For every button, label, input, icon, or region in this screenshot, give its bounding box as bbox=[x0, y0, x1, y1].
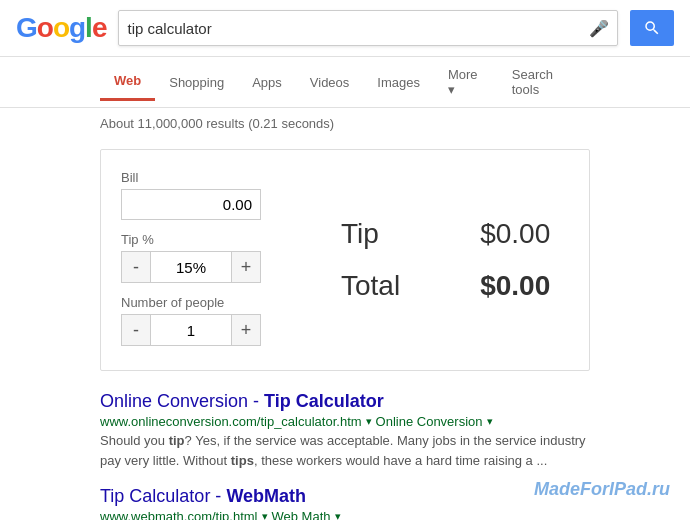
result-title-bold-2: WebMath bbox=[226, 486, 306, 506]
tip-result-label: Tip bbox=[341, 218, 379, 250]
result-title-bold-1: Tip Calculator bbox=[264, 391, 384, 411]
tab-web[interactable]: Web bbox=[100, 63, 155, 101]
result-url-2: www.webmath.com/tip.html bbox=[100, 509, 258, 520]
watermark: MadeForIPad.ru bbox=[534, 479, 670, 500]
microphone-icon[interactable]: 🎤 bbox=[589, 19, 609, 38]
result-title-2[interactable]: Tip Calculator - WebMath bbox=[100, 486, 306, 506]
calculator-widget: Bill Tip % - 15% + Number of people - 1 … bbox=[100, 149, 590, 371]
result-snippet-1: Should you tip? Yes, if the service was … bbox=[100, 431, 590, 470]
results-info: About 11,000,000 results (0.21 seconds) bbox=[0, 108, 690, 139]
bill-label: Bill bbox=[121, 170, 281, 185]
total-result-label: Total bbox=[341, 270, 400, 302]
result-dropdown-arrow-1[interactable]: ▾ bbox=[366, 415, 372, 428]
people-value: 1 bbox=[151, 314, 231, 346]
people-label: Number of people bbox=[121, 295, 281, 310]
tip-stepper: - 15% + bbox=[121, 251, 281, 283]
tab-search-tools[interactable]: Search tools bbox=[498, 57, 590, 107]
bill-input[interactable] bbox=[121, 189, 261, 220]
result-url-row-1: www.onlineconversion.com/tip_calculator.… bbox=[100, 414, 590, 429]
result-title-plain-1: Online Conversion - bbox=[100, 391, 264, 411]
nav-tabs: Web Shopping Apps Videos Images More ▾ S… bbox=[0, 57, 690, 108]
search-bar: 🎤 bbox=[118, 10, 618, 46]
result-site-name-2: Web Math bbox=[272, 509, 331, 520]
tip-minus-button[interactable]: - bbox=[121, 251, 151, 283]
total-result-row: Total $0.00 bbox=[341, 270, 550, 302]
result-site-name-1: Online Conversion bbox=[376, 414, 483, 429]
result-dropdown-arrow-2[interactable]: ▾ bbox=[262, 510, 268, 520]
tip-plus-button[interactable]: + bbox=[231, 251, 261, 283]
tab-more[interactable]: More ▾ bbox=[434, 57, 498, 107]
google-logo: Google bbox=[16, 12, 106, 44]
total-result-value: $0.00 bbox=[480, 270, 550, 302]
result-url-row-2: www.webmath.com/tip.html ▾ Web Math ▾ bbox=[100, 509, 590, 520]
calculator-inputs: Bill Tip % - 15% + Number of people - 1 … bbox=[121, 170, 281, 350]
tab-videos[interactable]: Videos bbox=[296, 65, 364, 100]
tab-shopping[interactable]: Shopping bbox=[155, 65, 238, 100]
header: Google 🎤 bbox=[0, 0, 690, 57]
tip-value: 15% bbox=[151, 251, 231, 283]
people-plus-button[interactable]: + bbox=[231, 314, 261, 346]
calculator-results: Tip $0.00 Total $0.00 bbox=[321, 170, 550, 350]
tab-apps[interactable]: Apps bbox=[238, 65, 296, 100]
people-minus-button[interactable]: - bbox=[121, 314, 151, 346]
result-title-plain-2: Tip Calculator - bbox=[100, 486, 226, 506]
tip-result-value: $0.00 bbox=[480, 218, 550, 250]
result-item-1: Online Conversion - Tip Calculator www.o… bbox=[100, 391, 590, 470]
result-url-1: www.onlineconversion.com/tip_calculator.… bbox=[100, 414, 362, 429]
tab-images[interactable]: Images bbox=[363, 65, 434, 100]
result-item-2: Tip Calculator - WebMath www.webmath.com… bbox=[100, 486, 590, 520]
search-input[interactable] bbox=[127, 20, 583, 37]
result-site-arrow-2[interactable]: ▾ bbox=[335, 510, 341, 520]
result-title-1[interactable]: Online Conversion - Tip Calculator bbox=[100, 391, 384, 411]
search-button[interactable] bbox=[630, 10, 674, 46]
search-icon bbox=[643, 19, 661, 37]
tip-result-row: Tip $0.00 bbox=[341, 218, 550, 250]
result-site-arrow-1[interactable]: ▾ bbox=[487, 415, 493, 428]
tip-label: Tip % bbox=[121, 232, 281, 247]
people-stepper: - 1 + bbox=[121, 314, 281, 346]
